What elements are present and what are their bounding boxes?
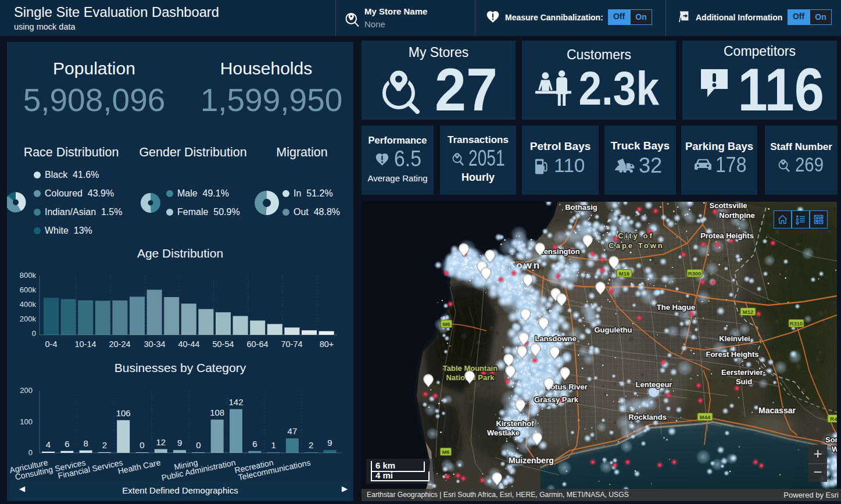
svg-text:R44: R44 xyxy=(830,416,837,422)
svg-text:Muizenberg: Muizenberg xyxy=(509,456,554,465)
svg-text:Lansdowne: Lansdowne xyxy=(535,334,577,343)
svg-text:Indian/Asian 1.5%: Indian/Asian 1.5% xyxy=(45,207,122,217)
svg-text:Kleinvlei: Kleinvlei xyxy=(719,334,750,343)
svg-text:9: 9 xyxy=(327,438,332,448)
svg-text:Female 50.9%: Female 50.9% xyxy=(177,207,240,217)
svg-text:Male 49.1%: Male 49.1% xyxy=(177,188,229,198)
svg-text:2: 2 xyxy=(102,440,107,450)
svg-text:30-34: 30-34 xyxy=(144,339,165,349)
svg-text:20-24: 20-24 xyxy=(109,339,130,349)
svg-text:80+: 80+ xyxy=(320,339,334,349)
svg-text:106: 106 xyxy=(116,408,131,418)
svg-text:Public Administration: Public Administration xyxy=(160,457,236,482)
svg-text:6: 6 xyxy=(252,439,257,449)
svg-text:White 13%: White 13% xyxy=(45,226,92,235)
svg-text:10-14: 10-14 xyxy=(74,339,96,349)
svg-text:In 51.2%: In 51.2% xyxy=(294,188,333,198)
svg-text:Bothasig: Bothasig xyxy=(565,203,597,212)
svg-text:M6: M6 xyxy=(442,321,450,327)
svg-text:0-4: 0-4 xyxy=(45,339,58,349)
svg-text:Lentegeur: Lentegeur xyxy=(636,380,672,389)
svg-text:47: 47 xyxy=(288,426,298,436)
svg-text:4 mi: 4 mi xyxy=(375,470,393,480)
svg-text:100: 100 xyxy=(20,417,33,426)
svg-text:R300: R300 xyxy=(688,270,702,277)
svg-text:12: 12 xyxy=(156,437,166,447)
svg-text:0: 0 xyxy=(28,448,33,457)
svg-text:Kirstenhof: Kirstenhof xyxy=(496,419,535,428)
svg-text:800k: 800k xyxy=(20,271,37,280)
svg-text:0: 0 xyxy=(32,329,36,338)
svg-text:142: 142 xyxy=(228,397,243,407)
svg-text:W: W xyxy=(832,445,837,453)
svg-text:2: 2 xyxy=(309,440,313,450)
svg-text:40-44: 40-44 xyxy=(178,339,199,349)
svg-text:600k: 600k xyxy=(20,285,37,294)
svg-text:The Hague: The Hague xyxy=(657,303,695,312)
svg-text:Somerset: Somerset xyxy=(825,435,837,444)
svg-text:6: 6 xyxy=(65,439,69,449)
svg-text:0: 0 xyxy=(139,440,144,450)
svg-text:6 km: 6 km xyxy=(375,460,395,470)
svg-text:Macassar: Macassar xyxy=(758,406,796,415)
svg-text:Coloured 43.9%: Coloured 43.9% xyxy=(45,188,114,198)
svg-text:Westlake: Westlake xyxy=(487,428,520,437)
svg-text:9: 9 xyxy=(177,438,182,448)
svg-text:1: 1 xyxy=(271,440,275,450)
svg-text:M16: M16 xyxy=(619,270,629,277)
svg-text:70-74: 70-74 xyxy=(281,339,302,349)
svg-text:60-64: 60-64 xyxy=(246,339,268,349)
svg-text:Forest Heights: Forest Heights xyxy=(706,350,758,359)
svg-text:8: 8 xyxy=(83,438,88,448)
svg-text:Scottsville: Scottsville xyxy=(709,202,747,210)
svg-text:Protea Heights: Protea Heights xyxy=(700,231,754,240)
svg-text:108: 108 xyxy=(210,408,224,417)
svg-text:200: 200 xyxy=(20,386,33,395)
svg-text:400k: 400k xyxy=(20,300,37,309)
svg-text:50-54: 50-54 xyxy=(212,339,234,349)
svg-text:Rocklands: Rocklands xyxy=(628,413,667,421)
svg-text:Health Care: Health Care xyxy=(117,457,162,476)
svg-text:Gugulethu: Gugulethu xyxy=(595,326,632,334)
svg-text:M44: M44 xyxy=(700,414,711,420)
svg-text:Grassy Park: Grassy Park xyxy=(534,395,579,404)
svg-text:Cape Town: Cape Town xyxy=(609,241,664,250)
svg-text:Northpine: Northpine xyxy=(719,211,754,220)
svg-text:200k: 200k xyxy=(20,314,37,323)
svg-text:M6: M6 xyxy=(442,449,449,455)
svg-text:0: 0 xyxy=(196,440,201,450)
svg-text:M12: M12 xyxy=(743,309,753,315)
svg-text:City of: City of xyxy=(618,231,653,240)
svg-text:4: 4 xyxy=(46,439,51,449)
svg-text:Eersterivier-: Eersterivier- xyxy=(721,368,765,377)
svg-text:Out 48.8%: Out 48.8% xyxy=(294,207,340,217)
svg-text:Black 41.6%: Black 41.6% xyxy=(45,170,99,180)
svg-text:R310: R310 xyxy=(790,320,803,327)
svg-text:Suid: Suid xyxy=(736,377,752,386)
